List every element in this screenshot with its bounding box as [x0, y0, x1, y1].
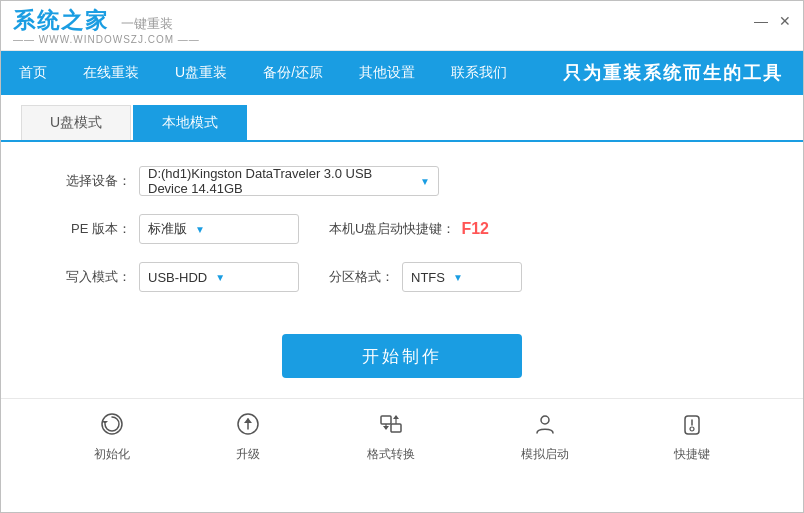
partition-label: 分区格式： [329, 268, 394, 286]
write-arrow-icon: ▼ [215, 272, 225, 283]
nav-contact[interactable]: 联系我们 [433, 51, 525, 95]
toolbar-convert[interactable]: 格式转换 [367, 411, 415, 463]
pe-value: 标准版 [148, 220, 187, 238]
init-label: 初始化 [94, 446, 130, 463]
device-value: D:(hd1)Kingston DataTraveler 3.0 USB Dev… [148, 166, 412, 196]
bottom-toolbar: 初始化 升级 [1, 398, 803, 473]
nav-slogan: 只为重装系统而生的工具 [563, 61, 803, 85]
pe-row: PE 版本： 标准版 ▼ 本机U盘启动快捷键： F12 [61, 214, 743, 244]
partition-select[interactable]: NTFS ▼ [402, 262, 522, 292]
simulate-icon [532, 411, 558, 441]
partition-arrow-icon: ▼ [453, 272, 463, 283]
shortcut-key-value: F12 [461, 220, 489, 238]
app-title: 系统之家 [13, 6, 109, 36]
app-window: 系统之家 一键重装 —— WWW.WINDOWSZJ.COM —— — ✕ 首页… [0, 0, 804, 513]
device-arrow-icon: ▼ [420, 176, 430, 187]
pe-label: PE 版本： [61, 220, 131, 238]
svg-marker-1 [102, 421, 108, 424]
start-button[interactable]: 开始制作 [282, 334, 522, 378]
write-value: USB-HDD [148, 270, 207, 285]
init-icon [99, 411, 125, 441]
shortcut-icon [679, 411, 705, 441]
device-select[interactable]: D:(hd1)Kingston DataTraveler 3.0 USB Dev… [139, 166, 439, 196]
pe-arrow-icon: ▼ [195, 224, 205, 235]
device-row: 选择设备： D:(hd1)Kingston DataTraveler 3.0 U… [61, 166, 743, 196]
minimize-button[interactable]: — [753, 13, 769, 29]
shortcut-label-item: 快捷键 [674, 446, 710, 463]
nav-usb-reinstall[interactable]: U盘重装 [157, 51, 245, 95]
toolbar-shortcut[interactable]: 快捷键 [674, 411, 710, 463]
svg-rect-5 [381, 416, 391, 424]
shortcut-label: 本机U盘启动快捷键： [329, 220, 455, 238]
app-logo: 系统之家 一键重装 —— WWW.WINDOWSZJ.COM —— [13, 6, 200, 45]
convert-icon [378, 411, 404, 441]
tab-bar: U盘模式 本地模式 [1, 95, 803, 142]
nav-settings[interactable]: 其他设置 [341, 51, 433, 95]
device-label: 选择设备： [61, 172, 131, 190]
window-controls: — ✕ [753, 13, 793, 29]
app-url: —— WWW.WINDOWSZJ.COM —— [13, 34, 200, 45]
write-select[interactable]: USB-HDD ▼ [139, 262, 299, 292]
write-row: 写入模式： USB-HDD ▼ 分区格式： NTFS ▼ [61, 262, 743, 292]
svg-point-11 [541, 416, 549, 424]
svg-rect-6 [391, 424, 401, 432]
nav-items: 首页 在线重装 U盘重装 备份/还原 其他设置 联系我们 [1, 51, 525, 95]
nav-home[interactable]: 首页 [1, 51, 65, 95]
toolbar-init[interactable]: 初始化 [94, 411, 130, 463]
form-area: 选择设备： D:(hd1)Kingston DataTraveler 3.0 U… [1, 142, 803, 326]
content-area: U盘模式 本地模式 选择设备： D:(hd1)Kingston DataTrav… [1, 95, 803, 512]
upgrade-icon [235, 411, 261, 441]
simulate-label: 模拟启动 [521, 446, 569, 463]
tab-local-mode[interactable]: 本地模式 [133, 105, 247, 140]
svg-point-13 [690, 427, 694, 431]
title-bar: 系统之家 一键重装 —— WWW.WINDOWSZJ.COM —— — ✕ [1, 1, 803, 51]
app-subtitle: 一键重装 [121, 15, 173, 33]
convert-label: 格式转换 [367, 446, 415, 463]
nav-backup-restore[interactable]: 备份/还原 [245, 51, 341, 95]
svg-marker-4 [244, 418, 252, 423]
write-label: 写入模式： [61, 268, 131, 286]
svg-marker-10 [393, 415, 399, 419]
partition-value: NTFS [411, 270, 445, 285]
close-button[interactable]: ✕ [777, 13, 793, 29]
tab-usb-mode[interactable]: U盘模式 [21, 105, 131, 140]
upgrade-label: 升级 [236, 446, 260, 463]
nav-online-reinstall[interactable]: 在线重装 [65, 51, 157, 95]
svg-marker-9 [383, 426, 389, 430]
button-area: 开始制作 [1, 334, 803, 378]
toolbar-simulate[interactable]: 模拟启动 [521, 411, 569, 463]
pe-select[interactable]: 标准版 ▼ [139, 214, 299, 244]
nav-bar: 首页 在线重装 U盘重装 备份/还原 其他设置 联系我们 只为重装系统而生的工具 [1, 51, 803, 95]
toolbar-upgrade[interactable]: 升级 [235, 411, 261, 463]
